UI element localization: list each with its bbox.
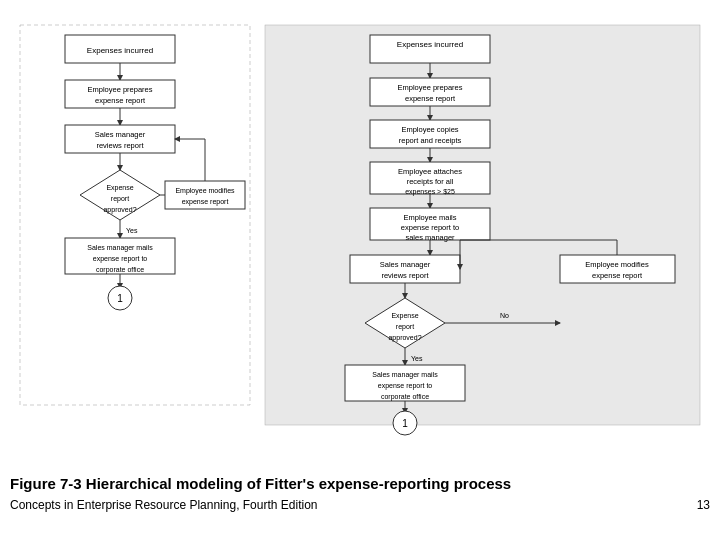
svg-text:corporate office: corporate office	[381, 393, 429, 401]
svg-text:Yes: Yes	[126, 227, 138, 234]
svg-text:No: No	[500, 312, 509, 319]
svg-text:approved?: approved?	[103, 206, 136, 214]
svg-text:Employee copies: Employee copies	[401, 125, 458, 134]
svg-text:Employee modifies: Employee modifies	[175, 187, 235, 195]
svg-text:Employee attaches: Employee attaches	[398, 167, 462, 176]
svg-text:Expenses incurred: Expenses incurred	[87, 46, 153, 55]
svg-text:expense report: expense report	[95, 96, 146, 105]
svg-text:reviews report: reviews report	[96, 141, 144, 150]
svg-text:Employee modifies: Employee modifies	[585, 260, 649, 269]
svg-text:Sales manager: Sales manager	[95, 130, 146, 139]
svg-text:corporate office: corporate office	[96, 266, 144, 274]
svg-text:expense report: expense report	[592, 271, 643, 280]
svg-text:Employee prepares: Employee prepares	[397, 83, 462, 92]
svg-text:report: report	[111, 195, 129, 203]
svg-text:Sales manager mails: Sales manager mails	[87, 244, 153, 252]
footer-text: Concepts in Enterprise Resource Planning…	[10, 498, 318, 512]
svg-text:Expense: Expense	[106, 184, 133, 192]
page-number: 13	[697, 498, 710, 512]
page-container: Expenses incurred Employee prepares expe…	[0, 0, 720, 540]
svg-text:expense report to: expense report to	[378, 382, 433, 390]
svg-text:1: 1	[402, 418, 408, 429]
svg-text:expense report to: expense report to	[93, 255, 148, 263]
svg-text:expense report: expense report	[405, 94, 456, 103]
svg-text:expense report: expense report	[182, 198, 229, 206]
diagram-area: Expenses incurred Employee prepares expe…	[10, 10, 710, 450]
svg-text:Expense: Expense	[391, 312, 418, 320]
svg-text:Sales manager mails: Sales manager mails	[372, 371, 438, 379]
svg-text:Employee prepares: Employee prepares	[87, 85, 152, 94]
svg-text:Expenses incurred: Expenses incurred	[397, 40, 463, 49]
svg-text:expense report to: expense report to	[401, 223, 459, 232]
svg-text:approved?: approved?	[388, 334, 421, 342]
footer-line: Concepts in Enterprise Resource Planning…	[10, 498, 710, 512]
svg-text:receipts for all: receipts for all	[407, 177, 454, 186]
svg-text:reviews report: reviews report	[381, 271, 429, 280]
caption-area: Figure 7-3 Hierarchical modeling of Fitt…	[10, 475, 710, 512]
svg-text:1: 1	[117, 293, 123, 304]
svg-text:Yes: Yes	[411, 355, 423, 362]
svg-text:Sales manager: Sales manager	[380, 260, 431, 269]
svg-text:report: report	[396, 323, 414, 331]
svg-text:report and receipts: report and receipts	[399, 136, 462, 145]
svg-text:Employee mails: Employee mails	[404, 213, 457, 222]
figure-caption: Figure 7-3 Hierarchical modeling of Fitt…	[10, 475, 710, 492]
